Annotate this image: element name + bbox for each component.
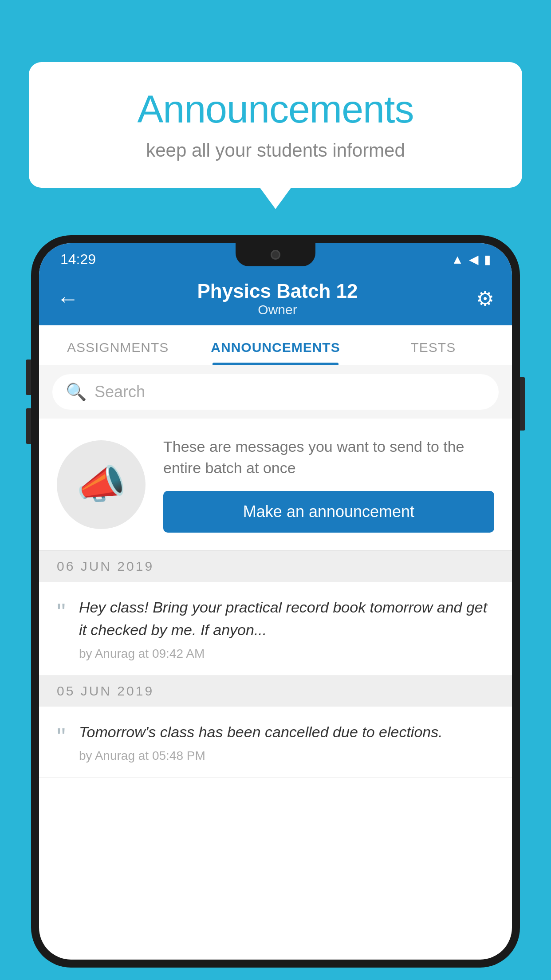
announcement-meta-1: by Anurag at 09:42 AM [79, 647, 494, 661]
search-icon: 🔍 [66, 382, 87, 402]
back-button[interactable]: ← [57, 286, 79, 312]
quote-icon-2: " [57, 723, 66, 751]
search-bar[interactable]: 🔍 Search [52, 374, 499, 410]
search-bar-container: 🔍 Search [39, 365, 512, 419]
search-placeholder: Search [94, 383, 145, 401]
tab-assignments[interactable]: ASSIGNMENTS [39, 340, 197, 365]
wifi-icon: ▲ [451, 253, 464, 267]
bubble-subtitle: keep all your students informed [55, 140, 496, 161]
make-announcement-button[interactable]: Make an announcement [163, 491, 494, 533]
app-bar: ← Physics Batch 12 Owner ⚙ [39, 272, 512, 325]
phone-wrapper: 14:29 ▲ ◀ ▮ ← Physics Batch 12 Owner ⚙ A… [31, 235, 520, 980]
date-separator-1: 06 JUN 2019 [39, 551, 512, 582]
app-bar-title: Physics Batch 12 [197, 280, 358, 302]
tab-announcements[interactable]: ANNOUNCEMENTS [197, 340, 354, 365]
empty-icon-circle: 📣 [57, 440, 146, 529]
announcement-meta-2: by Anurag at 05:48 PM [79, 749, 443, 763]
phone-frame: 14:29 ▲ ◀ ▮ ← Physics Batch 12 Owner ⚙ A… [31, 235, 520, 968]
speech-bubble-container: Announcements keep all your students inf… [29, 62, 522, 188]
tabs: ASSIGNMENTS ANNOUNCEMENTS TESTS [39, 325, 512, 365]
announcement-item-1[interactable]: " Hey class! Bring your practical record… [39, 582, 512, 676]
date-separator-2: 05 JUN 2019 [39, 676, 512, 707]
empty-state-description: These are messages you want to send to t… [163, 436, 494, 478]
phone-notch [236, 243, 315, 266]
status-time: 14:29 [60, 251, 96, 268]
date-label-2: 05 JUN 2019 [57, 684, 154, 698]
volume-down-button [26, 408, 31, 444]
camera [271, 250, 280, 260]
app-bar-subtitle: Owner [197, 302, 358, 317]
app-bar-title-group: Physics Batch 12 Owner [197, 280, 358, 317]
volume-up-button [26, 360, 31, 395]
speech-bubble: Announcements keep all your students inf… [29, 62, 522, 188]
announcement-item-2[interactable]: " Tomorrow's class has been cancelled du… [39, 707, 512, 778]
empty-state: 📣 These are messages you want to send to… [39, 419, 512, 551]
phone-screen: 14:29 ▲ ◀ ▮ ← Physics Batch 12 Owner ⚙ A… [39, 243, 512, 960]
quote-icon-1: " [57, 598, 66, 626]
date-label-1: 06 JUN 2019 [57, 559, 154, 573]
megaphone-icon: 📣 [76, 461, 126, 508]
announcement-text-2: Tomorrow's class has been cancelled due … [79, 721, 443, 743]
settings-button[interactable]: ⚙ [476, 287, 494, 311]
battery-icon: ▮ [484, 252, 491, 267]
quote-icon-wrap-2: " [57, 721, 66, 763]
empty-state-right: These are messages you want to send to t… [163, 436, 494, 533]
bubble-title: Announcements [55, 87, 496, 132]
announcement-content-2: Tomorrow's class has been cancelled due … [79, 721, 443, 763]
quote-icon-wrap-1: " [57, 596, 66, 661]
announcement-content-1: Hey class! Bring your practical record b… [79, 596, 494, 661]
power-button [520, 377, 525, 431]
status-icons: ▲ ◀ ▮ [451, 252, 491, 267]
tab-tests[interactable]: TESTS [354, 340, 512, 365]
announcement-text-1: Hey class! Bring your practical record b… [79, 596, 494, 641]
signal-icon: ◀ [469, 252, 479, 267]
